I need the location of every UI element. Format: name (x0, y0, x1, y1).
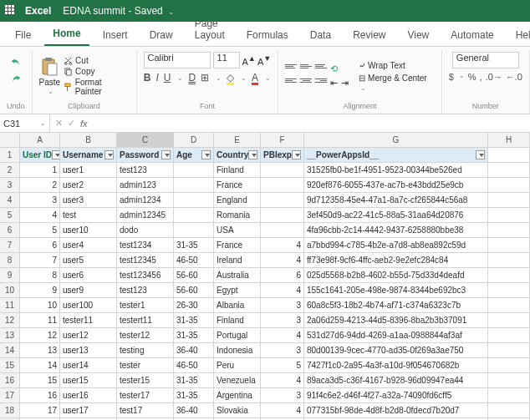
table-header-cell[interactable]: Country (214, 148, 261, 163)
paste-button[interactable]: Paste ⌄ (39, 57, 61, 95)
cell[interactable]: 15 (20, 373, 60, 388)
row-header[interactable]: 6 (0, 223, 20, 238)
cell[interactable]: Portugal (214, 328, 261, 343)
row-header[interactable]: 12 (0, 313, 20, 328)
cell[interactable]: user15 (60, 373, 117, 388)
document-name[interactable]: EDNA summit - Saved⌄ (63, 5, 174, 17)
row-header[interactable]: 13 (0, 328, 20, 343)
cell[interactable]: test123 (117, 283, 174, 298)
column-header[interactable]: H (488, 133, 530, 148)
cell[interactable]: 46-50 (174, 358, 214, 373)
cell[interactable]: 36-40 (174, 343, 214, 358)
cell[interactable]: Slovakia (214, 403, 261, 418)
cell[interactable] (488, 343, 530, 358)
cell[interactable]: 1 (20, 163, 60, 178)
table-header-cell[interactable]: __PowerAppsId__ (304, 148, 488, 163)
cell[interactable] (488, 268, 530, 283)
cell[interactable]: admin12345 (117, 208, 174, 223)
cell[interactable]: 2 (20, 178, 60, 193)
align-center-icon[interactable] (300, 78, 312, 88)
tab-draw[interactable]: Draw (141, 24, 181, 46)
cell[interactable]: 13 (20, 343, 60, 358)
cell[interactable]: Albania (214, 298, 261, 313)
filter-dropdown-icon[interactable] (201, 150, 211, 159)
cell[interactable]: 8 (20, 268, 60, 283)
cell[interactable]: user14 (60, 358, 117, 373)
cell[interactable]: 46-50 (174, 253, 214, 268)
cell[interactable]: 3ef450d9-ac22-41c5-88a5-31aa64d20876 (304, 208, 488, 223)
cell[interactable]: 155c1641-205e-498e-9874-8344be692bc3 (304, 283, 488, 298)
column-header[interactable]: F (261, 133, 304, 148)
tab-review[interactable]: Review (344, 24, 394, 46)
align-right-icon[interactable] (315, 78, 327, 88)
column-header[interactable]: G (304, 133, 488, 148)
cell[interactable]: test1234 (117, 238, 174, 253)
comma-button[interactable]: , (480, 72, 482, 82)
font-name-select[interactable]: Calibri (144, 52, 211, 68)
cell[interactable]: 89aca3d5-c36f-4167-b928-96d09947ea44 (304, 373, 488, 388)
cell[interactable] (488, 148, 530, 163)
cell[interactable]: user6 (60, 268, 117, 283)
format-painter-button[interactable]: Format Painter (64, 78, 129, 96)
cell[interactable]: user10 (60, 223, 117, 238)
cell[interactable] (488, 253, 530, 268)
tab-home[interactable]: Home (44, 23, 89, 46)
cell[interactable]: 80d00139-9cec-4770-ad35-0f269a3ae750 (304, 343, 488, 358)
row-header[interactable]: 16 (0, 373, 20, 388)
filter-dropdown-icon[interactable] (52, 150, 60, 159)
cell[interactable]: 5 (261, 358, 304, 373)
filter-dropdown-icon[interactable] (248, 150, 257, 159)
cell[interactable]: testert11 (117, 313, 174, 328)
table-header-cell[interactable]: User ID (20, 148, 60, 163)
decrease-decimal-button[interactable]: ←.0 (506, 72, 522, 82)
fill-color-button[interactable]: ◇ (227, 72, 234, 83)
tab-file[interactable]: File (7, 24, 39, 46)
cell[interactable]: 4 (261, 328, 304, 343)
cell[interactable]: user12 (60, 328, 117, 343)
percent-button[interactable]: % (468, 72, 476, 82)
currency-button[interactable]: $ (449, 72, 454, 82)
cell[interactable]: 7 (20, 253, 60, 268)
italic-button[interactable]: I (155, 72, 158, 83)
cell[interactable]: 26-30 (174, 298, 214, 313)
cell[interactable]: user3 (60, 193, 117, 208)
underline-button[interactable]: U (164, 72, 171, 83)
row-header[interactable]: 4 (0, 193, 20, 208)
cell[interactable]: 11 (20, 313, 60, 328)
cell[interactable] (488, 403, 530, 418)
cell[interactable]: user100 (60, 298, 117, 313)
cell[interactable]: 4 (261, 238, 304, 253)
wrap-text-button[interactable]: ⤶ Wrap Text (359, 61, 434, 70)
cell[interactable]: 3 (261, 343, 304, 358)
cell[interactable] (488, 223, 530, 238)
tab-help[interactable]: Help (507, 24, 530, 46)
tab-view[interactable]: View (399, 24, 437, 46)
cell[interactable]: user9 (60, 283, 117, 298)
row-header[interactable]: 5 (0, 208, 20, 223)
cell[interactable] (174, 193, 214, 208)
filter-dropdown-icon[interactable] (161, 150, 171, 159)
cell[interactable] (488, 298, 530, 313)
row-header[interactable]: 15 (0, 358, 20, 373)
number-format-select[interactable]: General (452, 52, 519, 68)
cell[interactable] (261, 208, 304, 223)
cell[interactable]: 14 (20, 358, 60, 373)
row-header[interactable]: 7 (0, 238, 20, 253)
cell[interactable]: 3 (261, 313, 304, 328)
cell[interactable]: Egypt (214, 283, 261, 298)
cell[interactable] (174, 163, 214, 178)
increase-indent-icon[interactable]: ⇥ (341, 78, 349, 89)
tab-automate[interactable]: Automate (442, 24, 502, 46)
row-header[interactable]: 9 (0, 268, 20, 283)
cell[interactable]: 60a8c5f3-18b2-4b74-af71-c374a6323c7b (304, 298, 488, 313)
row-header[interactable]: 3 (0, 178, 20, 193)
cell[interactable]: 3 (261, 298, 304, 313)
cell[interactable]: 31-35 (174, 373, 214, 388)
column-header[interactable]: D (174, 133, 214, 148)
cell[interactable]: 9d712358-45e4-47a1-8a7c-cf265844c56a8 (304, 193, 488, 208)
cell[interactable]: 4fa96cbb-2c14-4442-9437-6258880bbe38 (304, 223, 488, 238)
row-header[interactable]: 1 (0, 148, 20, 163)
cell[interactable]: testing (117, 343, 174, 358)
cell[interactable]: ff73e98f-9cf6-4ffc-aeb2-9e2efc284c84 (304, 253, 488, 268)
cell[interactable]: 91f4c6e2-d46f-4f27-a32a-74090fd6cff5 (304, 388, 488, 403)
